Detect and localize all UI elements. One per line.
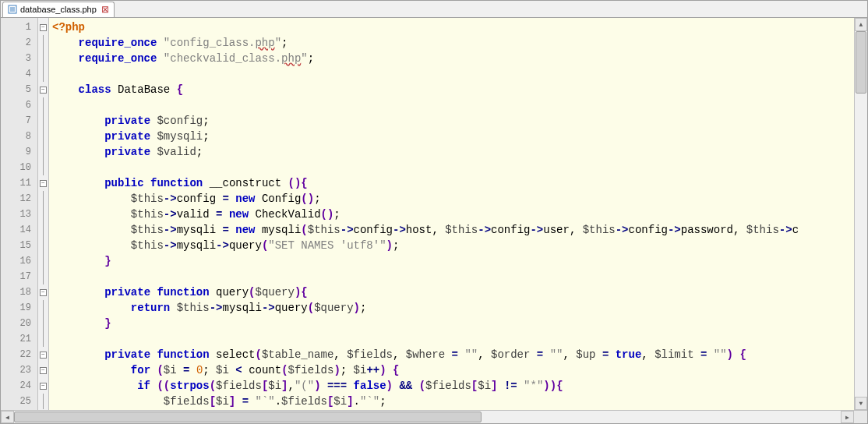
line-number: 11 bbox=[1, 175, 37, 191]
editor-container: database_class.php ⊠ 1234567891011121314… bbox=[0, 0, 868, 424]
hscroll-thumb[interactable] bbox=[14, 412, 482, 422]
fold-cell bbox=[38, 269, 48, 284]
code-line[interactable] bbox=[52, 66, 854, 82]
fold-cell bbox=[38, 238, 48, 253]
code-area: 1234567891011121314151617181920212223242… bbox=[1, 18, 867, 410]
fold-collapse-icon[interactable]: − bbox=[40, 352, 47, 359]
line-number: 1 bbox=[1, 19, 37, 35]
line-number: 22 bbox=[1, 347, 37, 362]
fold-cell bbox=[38, 51, 48, 66]
scroll-right-icon[interactable]: ▶ bbox=[841, 411, 854, 423]
fold-cell: − bbox=[38, 175, 48, 191]
scroll-up-icon[interactable]: ▲ bbox=[855, 18, 867, 31]
code-content[interactable]: <?php require_once "config_class.php"; r… bbox=[49, 18, 854, 410]
fold-cell bbox=[38, 129, 48, 144]
line-number: 20 bbox=[1, 316, 37, 331]
line-number: 10 bbox=[1, 160, 37, 175]
code-line[interactable]: for ($i = 0; $i < count($fields); $i++) … bbox=[52, 362, 854, 378]
fold-collapse-icon[interactable]: − bbox=[40, 180, 47, 187]
code-line[interactable]: $this->valid = new CheckValid(); bbox=[52, 207, 854, 222]
fold-cell bbox=[38, 207, 48, 222]
code-line[interactable] bbox=[52, 97, 854, 113]
code-line[interactable] bbox=[52, 160, 854, 175]
line-number: 24 bbox=[1, 378, 37, 394]
code-line[interactable]: private $mysqli; bbox=[52, 129, 854, 144]
scroll-left-icon[interactable]: ◀ bbox=[1, 411, 14, 423]
code-line[interactable]: private $valid; bbox=[52, 144, 854, 160]
fold-cell bbox=[38, 97, 48, 113]
line-number: 8 bbox=[1, 129, 37, 144]
fold-cell bbox=[38, 144, 48, 160]
line-number: 18 bbox=[1, 284, 37, 300]
code-line[interactable] bbox=[52, 269, 854, 284]
code-line[interactable]: private function query($query){ bbox=[52, 284, 854, 300]
fold-cell bbox=[38, 316, 48, 331]
vscroll-thumb[interactable] bbox=[856, 31, 866, 94]
code-line[interactable]: $this->mysqli->query("SET NAMES 'utf8'")… bbox=[52, 238, 854, 253]
tab-label: database_class.php bbox=[20, 5, 97, 14]
code-line[interactable]: if ((strpos($fields[$i],"(") === false) … bbox=[52, 378, 854, 394]
code-line[interactable]: } bbox=[52, 253, 854, 269]
fold-cell bbox=[38, 253, 48, 269]
line-number-gutter: 1234567891011121314151617181920212223242… bbox=[1, 18, 38, 410]
fold-cell bbox=[38, 35, 48, 51]
line-number: 21 bbox=[1, 331, 37, 347]
line-number: 7 bbox=[1, 113, 37, 129]
tab-bar: database_class.php ⊠ bbox=[1, 1, 867, 18]
fold-cell: − bbox=[38, 82, 48, 97]
horizontal-scrollbar[interactable]: ◀ ▶ bbox=[1, 410, 867, 423]
line-number: 17 bbox=[1, 269, 37, 284]
code-line[interactable]: <?php bbox=[52, 19, 854, 35]
line-number: 6 bbox=[1, 97, 37, 113]
fold-collapse-icon[interactable]: − bbox=[40, 383, 47, 390]
code-line[interactable]: $fields[$i] = "`".$fields[$i]."`"; bbox=[52, 394, 854, 409]
line-number: 5 bbox=[1, 82, 37, 97]
fold-collapse-icon[interactable]: − bbox=[40, 87, 47, 94]
fold-cell: − bbox=[38, 284, 48, 300]
code-line[interactable]: $this->mysqli = new mysqli($this->config… bbox=[52, 222, 854, 238]
scroll-down-icon[interactable]: ▼ bbox=[855, 397, 867, 410]
line-number: 13 bbox=[1, 207, 37, 222]
fold-cell bbox=[38, 191, 48, 207]
fold-cell bbox=[38, 66, 48, 82]
code-line[interactable]: private $config; bbox=[52, 113, 854, 129]
code-line[interactable]: } bbox=[52, 316, 854, 331]
fold-cell bbox=[38, 300, 48, 316]
code-line[interactable]: class DataBase { bbox=[52, 82, 854, 97]
vscroll-track[interactable] bbox=[855, 31, 867, 397]
line-number: 25 bbox=[1, 394, 37, 409]
fold-cell: − bbox=[38, 378, 48, 394]
code-line[interactable]: public function __construct (){ bbox=[52, 175, 854, 191]
fold-collapse-icon[interactable]: − bbox=[40, 289, 47, 296]
line-number: 14 bbox=[1, 222, 37, 238]
line-number: 2 bbox=[1, 35, 37, 51]
code-line[interactable] bbox=[52, 331, 854, 347]
fold-cell bbox=[38, 160, 48, 175]
line-number: 15 bbox=[1, 238, 37, 253]
file-icon bbox=[8, 5, 17, 14]
vertical-scrollbar[interactable]: ▲ ▼ bbox=[854, 18, 867, 410]
fold-cell bbox=[38, 222, 48, 238]
line-number: 3 bbox=[1, 51, 37, 66]
fold-cell bbox=[38, 113, 48, 129]
line-number: 16 bbox=[1, 253, 37, 269]
fold-column: −−−−−−− bbox=[38, 18, 49, 410]
code-line[interactable]: require_once "checkvalid_class.php"; bbox=[52, 51, 854, 66]
code-line[interactable]: return $this->mysqli->query($query); bbox=[52, 300, 854, 316]
hscroll-track[interactable] bbox=[14, 411, 841, 423]
close-icon[interactable]: ⊠ bbox=[101, 4, 109, 15]
code-line[interactable]: private function select($table_name, $fi… bbox=[52, 347, 854, 362]
fold-cell bbox=[38, 331, 48, 347]
fold-cell: − bbox=[38, 362, 48, 378]
line-number: 23 bbox=[1, 362, 37, 378]
line-number: 4 bbox=[1, 66, 37, 82]
fold-collapse-icon[interactable]: − bbox=[40, 367, 47, 374]
tab-database-class[interactable]: database_class.php ⊠ bbox=[2, 2, 115, 17]
code-line[interactable]: require_once "config_class.php"; bbox=[52, 35, 854, 51]
code-line[interactable]: $this->config = new Config(); bbox=[52, 191, 854, 207]
fold-cell: − bbox=[38, 19, 48, 35]
fold-cell: − bbox=[38, 347, 48, 362]
line-number: 12 bbox=[1, 191, 37, 207]
fold-collapse-icon[interactable]: − bbox=[40, 24, 47, 31]
fold-cell bbox=[38, 394, 48, 409]
